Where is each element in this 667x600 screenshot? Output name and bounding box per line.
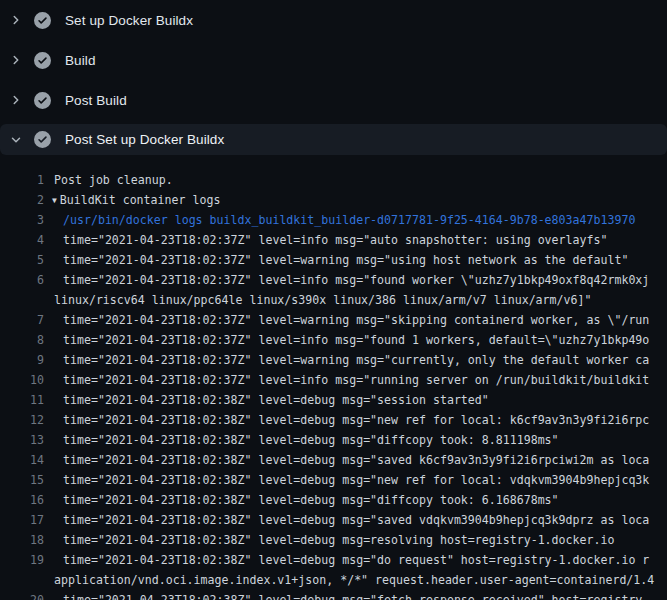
log-line: 15time="2021-04-23T18:02:38Z" level=debu… — [0, 470, 667, 490]
log-text: time="2021-04-23T18:02:38Z" level=debug … — [63, 513, 649, 527]
check-circle-icon — [34, 92, 51, 109]
log-text: Post job cleanup. — [54, 173, 173, 187]
log-text: time="2021-04-23T18:02:37Z" level=warnin… — [63, 253, 628, 267]
log-line: 8time="2021-04-23T18:02:37Z" level=info … — [0, 330, 667, 350]
line-number[interactable]: 20 — [0, 590, 44, 600]
log-line: 9time="2021-04-23T18:02:37Z" level=warni… — [0, 350, 667, 370]
log-line: 13time="2021-04-23T18:02:38Z" level=debu… — [0, 430, 667, 450]
log-line: 18time="2021-04-23T18:02:38Z" level=debu… — [0, 530, 667, 550]
log-text: time="2021-04-23T18:02:38Z" level=debug … — [63, 533, 614, 547]
line-number[interactable]: 8 — [0, 330, 44, 350]
line-number[interactable]: 7 — [0, 310, 44, 330]
log-line-wrap: linux/riscv64 linux/ppc64le linux/s390x … — [0, 290, 667, 310]
line-number[interactable]: 4 — [0, 230, 44, 250]
log-line: 19time="2021-04-23T18:02:38Z" level=debu… — [0, 550, 667, 570]
log-line: 1Post job cleanup. — [0, 170, 667, 190]
step-row-build[interactable]: Build — [0, 40, 667, 80]
log-line-wrap: application/vnd.oci.image.index.v1+json,… — [0, 570, 667, 590]
log-line: 20time="2021-04-23T18:02:38Z" level=debu… — [0, 590, 667, 600]
log-text: application/vnd.oci.image.index.v1+json,… — [54, 573, 654, 587]
line-number[interactable]: 19 — [0, 550, 44, 570]
chevron-right-icon — [9, 93, 23, 107]
log-text: time="2021-04-23T18:02:38Z" level=debug … — [63, 453, 649, 467]
line-number[interactable]: 2 — [0, 190, 44, 210]
step-list: Set up Docker Buildx Build Post Build — [0, 0, 667, 155]
check-circle-icon — [34, 131, 51, 148]
log-line: 4time="2021-04-23T18:02:37Z" level=info … — [0, 230, 667, 250]
log-line: 12time="2021-04-23T18:02:38Z" level=debu… — [0, 410, 667, 430]
log-text: time="2021-04-23T18:02:38Z" level=debug … — [63, 473, 649, 487]
step-title: Build — [65, 53, 96, 68]
chevron-right-icon — [9, 53, 23, 67]
line-number[interactable]: 14 — [0, 450, 44, 470]
log-text: time="2021-04-23T18:02:38Z" level=debug … — [63, 413, 649, 427]
chevron-right-icon — [9, 13, 23, 27]
log-line: 16time="2021-04-23T18:02:38Z" level=debu… — [0, 490, 667, 510]
line-number[interactable]: 11 — [0, 390, 44, 410]
log-text: time="2021-04-23T18:02:38Z" level=debug … — [63, 553, 649, 567]
line-number[interactable]: 13 — [0, 430, 44, 450]
step-title: Post Set up Docker Buildx — [65, 132, 224, 147]
log-text: time="2021-04-23T18:02:38Z" level=debug … — [63, 393, 489, 407]
line-number[interactable]: 9 — [0, 350, 44, 370]
log-text: time="2021-04-23T18:02:37Z" level=warnin… — [63, 353, 649, 367]
line-number[interactable]: 17 — [0, 510, 44, 530]
step-title: Set up Docker Buildx — [65, 13, 193, 28]
log-text: time="2021-04-23T18:02:38Z" level=debug … — [63, 593, 649, 600]
log-text: time="2021-04-23T18:02:38Z" level=debug … — [63, 493, 559, 507]
log-line: 6time="2021-04-23T18:02:37Z" level=info … — [0, 270, 667, 290]
log-text: time="2021-04-23T18:02:38Z" level=debug … — [63, 433, 559, 447]
check-circle-icon — [34, 52, 51, 69]
log-output: 1Post job cleanup. 2▼BuildKit container … — [0, 155, 667, 600]
line-number[interactable]: 1 — [0, 170, 44, 190]
log-line: 11time="2021-04-23T18:02:38Z" level=debu… — [0, 390, 667, 410]
group-toggle-icon[interactable]: ▼ — [52, 191, 57, 210]
line-number[interactable]: 18 — [0, 530, 44, 550]
line-number[interactable]: 6 — [0, 270, 44, 290]
log-line: 17time="2021-04-23T18:02:38Z" level=debu… — [0, 510, 667, 530]
log-text: linux/riscv64 linux/ppc64le linux/s390x … — [54, 293, 591, 307]
log-line: 5time="2021-04-23T18:02:37Z" level=warni… — [0, 250, 667, 270]
line-number[interactable]: 16 — [0, 490, 44, 510]
log-line: 10time="2021-04-23T18:02:37Z" level=info… — [0, 370, 667, 390]
log-command-text: /usr/bin/docker logs buildx_buildkit_bui… — [63, 213, 635, 227]
actions-log-viewer: Set up Docker Buildx Build Post Build — [0, 0, 667, 600]
line-number[interactable]: 10 — [0, 370, 44, 390]
step-row-set-up-docker-buildx[interactable]: Set up Docker Buildx — [0, 0, 667, 40]
log-group-title: BuildKit container logs — [60, 193, 221, 207]
line-number[interactable]: 5 — [0, 250, 44, 270]
step-row-post-set-up-docker-buildx[interactable]: Post Set up Docker Buildx — [0, 124, 667, 155]
log-text: time="2021-04-23T18:02:37Z" level=info m… — [63, 333, 649, 347]
log-line: 7time="2021-04-23T18:02:37Z" level=warni… — [0, 310, 667, 330]
line-number[interactable]: 12 — [0, 410, 44, 430]
step-title: Post Build — [65, 93, 127, 108]
log-line: 3/usr/bin/docker logs buildx_buildkit_bu… — [0, 210, 667, 230]
log-text: time="2021-04-23T18:02:37Z" level=info m… — [63, 233, 607, 247]
check-circle-icon — [34, 12, 51, 29]
log-text: time="2021-04-23T18:02:37Z" level=info m… — [63, 273, 649, 287]
log-text: time="2021-04-23T18:02:37Z" level=info m… — [63, 373, 649, 387]
line-number[interactable]: 15 — [0, 470, 44, 490]
line-number[interactable]: 3 — [0, 210, 44, 230]
chevron-down-icon — [9, 133, 23, 147]
log-text: time="2021-04-23T18:02:37Z" level=warnin… — [63, 313, 649, 327]
step-row-post-build[interactable]: Post Build — [0, 80, 667, 120]
log-line-group-header: 2▼BuildKit container logs — [0, 190, 667, 210]
log-line: 14time="2021-04-23T18:02:38Z" level=debu… — [0, 450, 667, 470]
